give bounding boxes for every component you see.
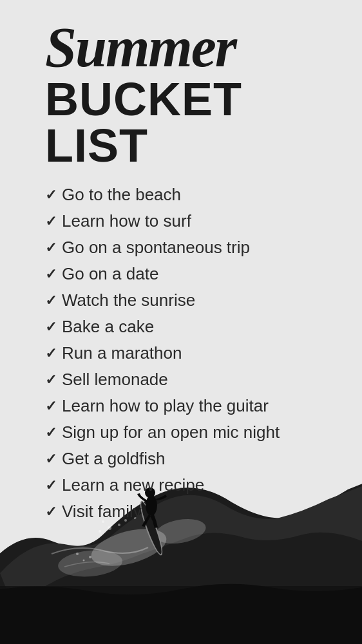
list-item: ✓Sell lemonade — [45, 366, 317, 393]
check-mark: ✓ — [45, 240, 57, 256]
svg-point-9 — [99, 530, 101, 533]
title-summer: Summer — [45, 19, 317, 76]
svg-point-12 — [83, 560, 85, 562]
list-item: ✓Run a marathon — [45, 340, 317, 366]
list-item-text: Bake a cake — [62, 317, 154, 337]
list-item-text: Learn a new recipe — [62, 475, 204, 495]
list-item: ✓Watch the sunrise — [45, 287, 317, 314]
list-item: ✓Bake a cake — [45, 314, 317, 340]
list-item-text: Watch the sunrise — [62, 290, 195, 310]
list-item: ✓Go on a spontaneous trip — [45, 234, 317, 261]
list-item: ✓Learn how to play the guitar — [45, 393, 317, 419]
list-item-text: Sign up for an open mic night — [62, 422, 280, 442]
list-item: ✓Visit family — [45, 498, 317, 525]
check-mark: ✓ — [45, 398, 57, 415]
check-mark: ✓ — [45, 266, 57, 283]
list-item: ✓Go on a date — [45, 261, 317, 287]
content-area: Summer BUCKET LIST ✓Go to the beach✓Lear… — [0, 0, 362, 525]
check-mark: ✓ — [45, 372, 57, 388]
check-mark: ✓ — [45, 292, 57, 309]
list-item-text: Run a marathon — [62, 343, 182, 363]
list-item-text: Learn how to play the guitar — [62, 396, 269, 416]
list-item-text: Go on a date — [62, 264, 158, 284]
list-item-text: Get a goldfish — [62, 449, 165, 469]
checklist: ✓Go to the beach✓Learn how to surf✓Go on… — [45, 182, 317, 525]
check-mark: ✓ — [45, 424, 57, 441]
list-item: ✓Get a goldfish — [45, 446, 317, 472]
svg-point-11 — [89, 556, 91, 558]
list-item-text: Go on a spontaneous trip — [62, 238, 250, 258]
list-item-text: Sell lemonade — [62, 370, 168, 390]
list-item: ✓Learn a new recipe — [45, 472, 317, 498]
list-item: ✓Go to the beach — [45, 182, 317, 208]
list-item: ✓Sign up for an open mic night — [45, 419, 317, 446]
list-item: ✓Learn how to surf — [45, 208, 317, 234]
check-mark: ✓ — [45, 345, 57, 362]
check-mark: ✓ — [45, 187, 57, 204]
svg-point-3 — [108, 526, 111, 530]
check-mark: ✓ — [45, 451, 57, 468]
check-mark: ✓ — [45, 213, 57, 230]
check-mark: ✓ — [45, 319, 57, 336]
svg-point-13 — [76, 553, 79, 555]
list-item-text: Go to the beach — [62, 185, 181, 205]
check-mark: ✓ — [45, 477, 57, 494]
list-item-text: Visit family — [62, 502, 142, 522]
list-item-text: Learn how to surf — [62, 211, 191, 231]
check-mark: ✓ — [45, 504, 57, 520]
page-container: Summer BUCKET LIST ✓Go to the beach✓Lear… — [0, 0, 362, 644]
title-bucket: BUCKET LIST — [45, 76, 317, 169]
